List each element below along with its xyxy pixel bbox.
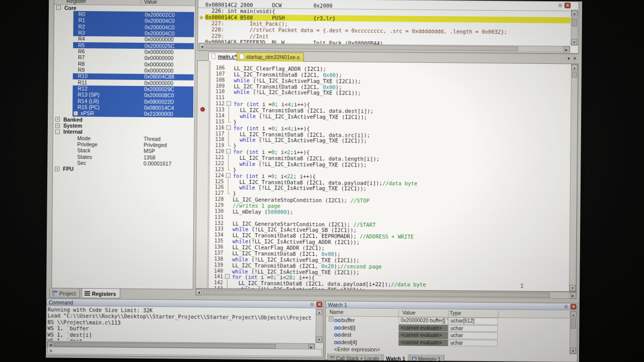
close-icon[interactable]: ✕	[571, 304, 577, 309]
watch-col-value[interactable]: Value	[403, 310, 416, 316]
disassembly-vscrollbar[interactable]: ▲ ▼	[571, 10, 578, 45]
close-icon[interactable]: ✕	[316, 302, 323, 307]
monitor-screen: Register Value -CoreR00x200002C0R10x2000…	[46, 0, 582, 362]
command-vscrollbar[interactable]: ▲ ▼	[315, 309, 323, 343]
collapse-icon[interactable]: -	[56, 6, 61, 10]
line-number: 112	[210, 101, 224, 106]
tab-call-stack-locals[interactable]: Call Stack + Locals	[328, 353, 382, 362]
scroll-up-icon[interactable]: ▲	[572, 10, 578, 16]
registers-icon	[85, 291, 90, 296]
pin-icon[interactable]: ◎	[309, 302, 315, 307]
register-name: Sec	[77, 160, 86, 166]
watch-type[interactable]: uchar	[448, 339, 498, 346]
line-number: 138	[209, 256, 223, 261]
register-value: 0x200004C0	[145, 24, 175, 31]
line-number: 110	[210, 89, 224, 95]
tab-startup-s[interactable]: startup_stm32f401xe.s	[236, 52, 304, 62]
fold-line	[226, 119, 231, 125]
scroll-right-icon[interactable]: ▶	[570, 292, 576, 298]
chevron-down-icon[interactable]: ▾	[568, 56, 570, 61]
memory-icon	[412, 356, 417, 361]
watch-type[interactable]: uchar	[448, 325, 498, 332]
pin-icon[interactable]: ◎	[564, 304, 569, 309]
line-number: 119	[210, 142, 224, 148]
group-label: Internal	[63, 129, 83, 135]
tab-memory-1[interactable]: Memory 1	[410, 354, 444, 362]
code-editor[interactable]: 106LL_I2C_ClearFlag_ADDR (I2C1);107LL_I2…	[195, 61, 579, 292]
watch-name: dest[i]	[341, 324, 355, 330]
breakpoint-icon[interactable]	[200, 107, 205, 112]
watch-name: dest	[341, 331, 351, 337]
fold-collapse-icon[interactable]: -	[226, 125, 231, 131]
scroll-thumb[interactable]	[206, 44, 518, 51]
tab-project[interactable]: Project	[49, 288, 80, 298]
fold-line	[226, 185, 231, 191]
fold-line	[226, 155, 231, 161]
line-number: 140	[209, 268, 223, 274]
editor-vscrollbar[interactable]: ▲ ▼	[569, 64, 578, 291]
group-label: System	[63, 123, 82, 129]
line-number: 120	[210, 148, 224, 154]
collapse-icon[interactable]: -	[55, 129, 60, 134]
tab-watch-1[interactable]: Watch 1	[383, 354, 409, 362]
close-icon[interactable]: ✕	[573, 56, 577, 61]
main-area: ◎ ✕ 0x080014C2 2000 DCW 0x2000 226: int …	[195, 0, 579, 303]
scroll-thumb[interactable]	[203, 290, 550, 298]
watch-bottom-tabs: Call Stack + Locals Watch 1 Memory 1	[328, 353, 444, 362]
scroll-up-icon[interactable]: ▲	[571, 311, 577, 317]
fold-line	[226, 137, 231, 143]
register-value: 1358	[143, 154, 155, 160]
expand-icon[interactable]: +	[55, 166, 59, 171]
scroll-thumb[interactable]	[572, 71, 577, 77]
watch-type[interactable]: uchar[512]	[448, 317, 498, 324]
line-number: 123	[210, 166, 224, 172]
watch-col-name[interactable]: Name	[330, 309, 344, 315]
register-name: Mode	[77, 135, 91, 141]
tree-group-row[interactable]: +FPU	[53, 166, 194, 173]
line-number: 128	[210, 196, 224, 202]
expand-icon[interactable]: +	[55, 123, 60, 128]
column-divider[interactable]	[141, 0, 141, 5]
expand-icon[interactable]: +	[329, 317, 334, 321]
pin-icon[interactable]: ◎	[557, 3, 563, 8]
line-number: 114	[210, 113, 224, 118]
watch-value[interactable]: 0x20000020 buffer[] ""	[399, 317, 448, 324]
scroll-right-icon[interactable]: ▶	[564, 46, 570, 52]
fold-collapse-icon[interactable]: -	[226, 149, 231, 155]
line-number: 122	[210, 160, 224, 166]
scroll-thumb[interactable]	[571, 318, 576, 328]
register-name: xPSR	[80, 110, 94, 116]
fold-collapse-icon[interactable]: -	[226, 101, 231, 107]
project-icon	[52, 291, 57, 296]
watch-col-type[interactable]: Type	[450, 310, 461, 316]
scroll-down-icon[interactable]: ▼	[316, 336, 322, 342]
scroll-down-icon[interactable]: ▼	[570, 347, 576, 353]
register-name: R0	[78, 11, 86, 17]
fold-collapse-icon[interactable]: -	[226, 172, 231, 178]
register-name: R2	[78, 23, 86, 29]
scroll-left-icon[interactable]: ◀	[199, 43, 205, 49]
tab-startup-s-label: startup_stm32f401xe.s	[246, 54, 299, 62]
scroll-thumb[interactable]	[572, 18, 577, 26]
register-name: R12	[78, 85, 88, 92]
watch-type[interactable]: uchar	[448, 332, 498, 339]
scroll-up-icon[interactable]: ▲	[572, 64, 578, 70]
close-icon[interactable]: ✕	[565, 3, 571, 8]
watch-value[interactable]: <cannot evaluate>	[398, 324, 448, 331]
line-number: 111	[210, 95, 224, 101]
watch-value[interactable]: <cannot evaluate>	[398, 339, 448, 346]
scroll-down-icon[interactable]: ▼	[571, 39, 577, 45]
watch-value[interactable]: <cannot evaluate>	[398, 331, 448, 338]
expand-icon[interactable]: +	[55, 117, 60, 122]
disassembly-window: ◎ ✕ 0x080014C2 2000 DCW 0x2000 226: int …	[197, 0, 579, 54]
register-name: R6	[78, 48, 85, 54]
watch-window: Watch 1 ◎ ✕ Name Value Type +buffer0x200…	[325, 301, 578, 362]
fold-collapse-icon[interactable]: -	[225, 274, 230, 280]
expand-icon[interactable]: +	[73, 111, 78, 116]
watch-vscrollbar[interactable]: ▲ ▼	[570, 311, 577, 354]
scroll-down-icon[interactable]: ▼	[570, 285, 576, 291]
tab-registers[interactable]: Registers	[82, 289, 120, 299]
scroll-up-icon[interactable]: ▲	[316, 309, 323, 315]
line-number: 126	[210, 185, 224, 190]
scroll-left-icon[interactable]: ◀	[196, 289, 202, 295]
